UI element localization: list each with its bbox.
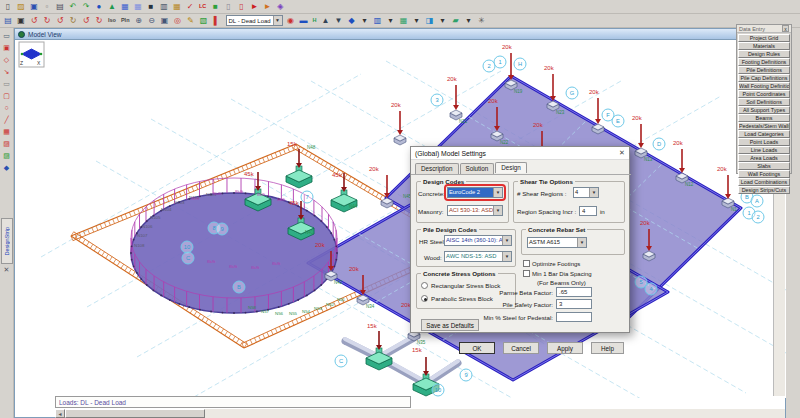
slabs-dropdown-icon[interactable]: ▦ xyxy=(398,15,410,27)
undo-icon[interactable]: ↶ xyxy=(67,1,79,13)
unselect-poly-icon[interactable]: ○ xyxy=(1,102,13,113)
plan-view-icon[interactable]: Pln xyxy=(119,15,132,27)
horizontal-scrollbar[interactable]: ◄ xyxy=(55,409,785,418)
optimize-footings-checkbox[interactable]: Optimize Footings xyxy=(523,260,580,267)
print-icon[interactable]: ▤ xyxy=(54,1,66,13)
paste-model-icon[interactable]: ▧ xyxy=(198,15,210,27)
data-entry-item[interactable]: Wall Footings xyxy=(738,170,790,178)
tri-up-icon[interactable]: ▲ xyxy=(320,15,332,27)
data-entry-close-icon[interactable]: x xyxy=(782,25,789,32)
shear-regions-dropdown-icon[interactable]: ▼ xyxy=(589,188,598,197)
help-globe-icon[interactable]: ◈ xyxy=(274,1,286,13)
min-steel-pedestal-input[interactable] xyxy=(556,312,592,322)
rotate-left-icon[interactable]: ↺ xyxy=(28,15,40,27)
blue-bar-icon[interactable]: ▬ xyxy=(298,15,310,27)
data-entry-item[interactable]: Design Strips/Cuts xyxy=(738,186,790,194)
loads-dropdown-icon[interactable]: ▰ xyxy=(450,15,462,27)
zoom-in-icon[interactable]: ⊕ xyxy=(133,15,145,27)
model-view-titlebar[interactable]: Model View xyxy=(15,29,785,40)
plates-dropdown-icon[interactable]: ▥ xyxy=(372,15,384,27)
h-beam-green-icon[interactable]: H xyxy=(311,15,319,27)
solve-check-icon[interactable]: ✓ xyxy=(184,1,196,13)
data-entry-item[interactable]: Project Grid xyxy=(738,34,790,42)
report-red-icon[interactable]: ▯ xyxy=(235,1,247,13)
min-bar-dia-checkbox[interactable]: Min 1 Bar Dia Spacing xyxy=(523,270,592,277)
data-entry-item[interactable]: Load Categories xyxy=(738,130,790,138)
data-entry-item[interactable]: Materials xyxy=(738,42,790,50)
data-entry-item[interactable]: Area Loads xyxy=(738,154,790,162)
design-strip-button[interactable]: DesignStrip xyxy=(1,218,13,264)
model-render-icon[interactable]: ▲ xyxy=(106,1,118,13)
region-spacing-input[interactable] xyxy=(579,206,597,216)
save-icon[interactable]: ▣ xyxy=(28,1,40,13)
data-entry-item[interactable]: Load Combinations xyxy=(738,178,790,186)
clear-selection-icon[interactable]: ✕ xyxy=(1,264,13,275)
scroll-left-icon[interactable]: ◄ xyxy=(55,409,65,418)
data-entry-item[interactable]: Footing Definitions xyxy=(738,58,790,66)
parme-beta-input[interactable] xyxy=(556,287,592,297)
dialog-close-icon[interactable]: ✕ xyxy=(615,147,629,159)
checkbox-icon[interactable] xyxy=(523,270,530,277)
select-line-icon[interactable]: ↘ xyxy=(1,66,13,77)
world-view-icon[interactable]: ● xyxy=(93,1,105,13)
tab-description[interactable]: Description xyxy=(415,163,459,174)
load-combination-icon[interactable]: LC xyxy=(197,1,208,13)
data-entry-item[interactable]: Point Loads xyxy=(738,138,790,146)
data-entry-item[interactable]: Design Rules xyxy=(738,50,790,58)
tab-solution[interactable]: Solution xyxy=(460,163,495,174)
redo-icon[interactable]: ↷ xyxy=(80,1,92,13)
star-tool-icon[interactable]: ✳ xyxy=(476,15,488,27)
ok-button[interactable]: OK xyxy=(459,342,495,354)
parabolic-stress-radio[interactable]: Parabolic Stress Block xyxy=(421,295,493,302)
rebar-set-select[interactable]: ASTM A615 ▼ xyxy=(527,237,587,248)
panel-a-icon[interactable]: ▭ xyxy=(1,30,13,41)
rotate-down-icon[interactable]: ↻ xyxy=(67,15,79,27)
target-icon[interactable]: ◎ xyxy=(172,15,184,27)
masonry-dropdown-icon[interactable]: ▼ xyxy=(493,206,502,215)
spreadsheet-icon[interactable]: ▦ xyxy=(171,1,183,13)
spin-right-icon[interactable]: ↻ xyxy=(93,15,105,27)
data-entry-item[interactable]: Slabs xyxy=(738,162,790,170)
spin-left-icon[interactable]: ↺ xyxy=(80,15,92,27)
graph-red-icon[interactable]: ▌ xyxy=(211,15,223,27)
data-entry-item[interactable]: Soil Definitions xyxy=(738,98,790,106)
draw-pencil-icon[interactable]: ✎ xyxy=(185,15,197,27)
data-entry-item[interactable]: Wall Footing Definitions xyxy=(738,82,790,90)
load-case-dropdown-icon[interactable]: ▼ xyxy=(273,16,282,25)
concrete-code-select[interactable]: EuroCode 2 ▼ xyxy=(447,187,503,198)
wood-select[interactable]: AWC NDS-15: ASD ▼ xyxy=(444,251,512,262)
caret-4-icon[interactable]: ▾ xyxy=(437,15,449,27)
project-grid-icon[interactable]: ▦ xyxy=(119,1,131,13)
save-defaults-button[interactable]: Save as Defaults xyxy=(421,319,479,331)
radio-icon[interactable] xyxy=(421,282,428,289)
data-entry-item[interactable]: Pedestals/Stem Walls xyxy=(738,122,790,130)
tri-down-icon[interactable]: ▼ xyxy=(333,15,345,27)
caret-3-icon[interactable]: ▾ xyxy=(411,15,423,27)
open-file-icon[interactable]: ▨ xyxy=(15,1,27,13)
zoom-window-icon[interactable]: ▣ xyxy=(159,15,171,27)
concrete-dropdown-icon[interactable]: ▼ xyxy=(493,188,502,197)
wood-dropdown-icon[interactable]: ▼ xyxy=(502,252,511,261)
invert-selection-icon[interactable]: ▨ xyxy=(1,138,13,149)
save-selection-icon[interactable]: ▨ xyxy=(1,150,13,161)
hr-steel-select[interactable]: AISC 14th (360-10): ASD ▼ xyxy=(444,235,512,246)
unselect-line-icon[interactable]: ╱ xyxy=(1,114,13,125)
redraw-icon[interactable]: ◉ xyxy=(285,15,297,27)
masonry-code-select[interactable]: ACI 530-13: ASD ▼ xyxy=(447,205,503,216)
help-button[interactable]: Help xyxy=(591,342,624,354)
data-entry-item[interactable]: Pile Definitions xyxy=(738,66,790,74)
select-box-icon[interactable]: ▣ xyxy=(1,42,13,53)
rebar-dropdown-icon[interactable]: ▼ xyxy=(577,238,586,247)
report-icon[interactable]: ▯ xyxy=(222,1,234,13)
iso-view-icon[interactable]: Iso xyxy=(106,15,118,27)
blue-panel-icon[interactable]: ▤ xyxy=(2,15,14,27)
data-entry-item[interactable]: Point Coordinates xyxy=(738,90,790,98)
members-dropdown-icon[interactable]: ◆ xyxy=(346,15,358,27)
rotate-up-icon[interactable]: ↺ xyxy=(54,15,66,27)
apply-button[interactable]: Apply xyxy=(547,342,583,354)
dialog-titlebar[interactable]: (Global) Model Settings ✕ xyxy=(411,147,629,160)
data-entry-item[interactable]: Line Loads xyxy=(738,146,790,154)
window-tile-icon[interactable]: ▥ xyxy=(158,1,170,13)
dark-panel-icon[interactable]: ■ xyxy=(145,1,157,13)
rotate-right-icon[interactable]: ↻ xyxy=(41,15,53,27)
